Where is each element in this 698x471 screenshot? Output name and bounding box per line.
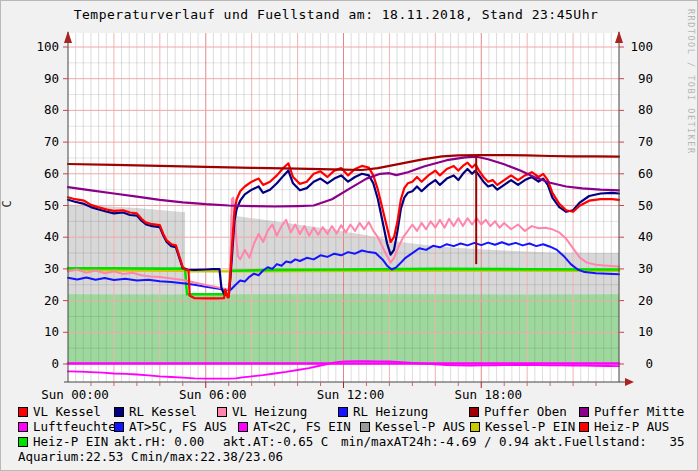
legend-swatch <box>217 407 227 417</box>
legend-label: Kessel-P AUS <box>375 419 465 434</box>
legend-label: RL Heizung <box>353 404 428 419</box>
legend-label: AT>5C, FS AUS <box>129 419 227 434</box>
legend-item: Kessel-P AUS <box>360 420 465 433</box>
legend-label: min/max:22.38/23.06 <box>140 449 283 464</box>
legend-item: akt.Fuellstand: 35 <box>534 435 685 448</box>
legend-label: VL Kessel <box>33 404 101 419</box>
legend-item: Luftfeuchte <box>18 420 116 433</box>
legend-item: Heiz-P AUS <box>579 420 669 433</box>
legend-swatch <box>579 422 589 432</box>
legend-label: VL Heizung <box>232 404 307 419</box>
legend-swatch <box>18 437 28 447</box>
legend-swatch <box>238 422 248 432</box>
legend-item: akt.AT:-0.65 C <box>223 435 328 448</box>
legend-item: Puffer Oben <box>469 405 567 418</box>
legend-label: Luftfeuchte <box>33 419 116 434</box>
legend-item: RL Heizung <box>338 405 428 418</box>
legend-label: Kessel-P EIN <box>485 419 575 434</box>
legend-swatch <box>18 422 28 432</box>
legend-item: min/maxAT24h:-4.69 / 0.94 <box>341 435 529 448</box>
legend-label: Puffer Oben <box>484 404 567 419</box>
legend-item: Kessel-P EIN <box>470 420 575 433</box>
legend-label: RL Kessel <box>129 404 197 419</box>
legend-label: min/maxAT24h:-4.69 / 0.94 <box>341 434 529 449</box>
legend-label: AT<2C, FS EIN <box>253 419 351 434</box>
legend-label: akt.rH: 0.00 <box>114 434 204 449</box>
legend-item: Puffer Mitte <box>579 405 684 418</box>
legend-item: VL Heizung <box>217 405 307 418</box>
legend-item: akt.rH: 0.00 <box>114 435 204 448</box>
legend-label: Heiz-P EIN <box>33 434 108 449</box>
legend-item: AT>5C, FS AUS <box>114 420 227 433</box>
legend-swatch <box>579 407 589 417</box>
legend-label: akt.Fuellstand: 35 <box>534 434 685 449</box>
legend-item: Heiz-P EIN <box>18 435 108 448</box>
legend-swatch <box>114 422 124 432</box>
legend-swatch <box>338 407 348 417</box>
legend-swatch <box>470 422 480 432</box>
legend-item: AT<2C, FS EIN <box>238 420 351 433</box>
legend-item: min/max:22.38/23.06 <box>140 450 283 463</box>
legend-label: Puffer Mitte <box>594 404 684 419</box>
legend-swatch <box>114 407 124 417</box>
legend-item: Aquarium:22.53 C <box>18 450 138 463</box>
legend-label: akt.AT:-0.65 C <box>223 434 328 449</box>
chart-legend: VL KesselRL KesselVL HeizungRL HeizungPu… <box>1 1 698 471</box>
rrd-graph-figure: Temperaturverlauf und Fuellstand am: 18.… <box>0 0 698 471</box>
legend-swatch <box>18 407 28 417</box>
legend-label: Aquarium:22.53 C <box>18 449 138 464</box>
legend-item: VL Kessel <box>18 405 101 418</box>
legend-label: Heiz-P AUS <box>594 419 669 434</box>
legend-swatch <box>360 422 370 432</box>
legend-item: RL Kessel <box>114 405 197 418</box>
legend-swatch <box>469 407 479 417</box>
